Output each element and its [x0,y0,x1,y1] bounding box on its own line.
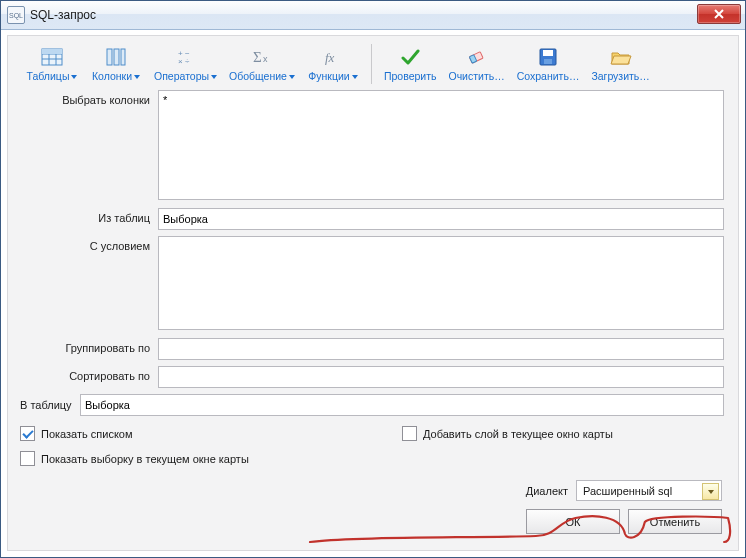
columns-icon [105,46,127,68]
svg-rect-17 [543,50,553,56]
select-input[interactable]: * [158,90,724,200]
chevron-down-icon [702,483,719,500]
sql-query-dialog: SQL SQL-запрос Таблицы Колонки + [0,0,746,558]
app-icon: SQL [7,6,25,24]
columns-menu[interactable]: Колонки [84,44,148,84]
open-folder-icon [610,46,632,68]
check-icon [399,46,421,68]
into-label: В таблицу [18,399,80,411]
titlebar: SQL SQL-запрос [1,1,745,30]
svg-text:Σ: Σ [253,49,262,65]
svg-text:× ÷: × ÷ [178,57,190,66]
client-area: Таблицы Колонки + −× ÷ Операторы Σx Обоб… [7,35,739,551]
from-input[interactable] [158,208,724,230]
close-button[interactable] [697,4,741,24]
groupby-input[interactable] [158,338,724,360]
show-list-checkbox[interactable]: Показать списком [20,426,249,441]
eraser-icon [466,46,488,68]
aggregate-menu[interactable]: Σx Обобщение [223,44,301,84]
ok-button[interactable]: ОК [526,509,620,534]
select-label: Выбрать колонки [18,90,158,106]
svg-text:x: x [263,54,268,64]
toolbar-separator [371,44,372,84]
save-button[interactable]: Сохранить… [511,44,586,84]
tables-menu[interactable]: Таблицы [20,44,84,84]
table-icon [41,46,63,68]
groupby-label: Группировать по [18,338,158,354]
clear-button[interactable]: Очистить… [442,44,510,84]
operators-icon: + −× ÷ [175,46,197,68]
functions-menu[interactable]: fx Функции [301,44,365,84]
show-selection-checkbox[interactable]: Показать выборку в текущем окне карты [20,451,249,466]
add-layer-checkbox[interactable]: Добавить слой в текущее окно карты [402,426,613,441]
sigma-icon: Σx [251,46,273,68]
checkbox-icon [20,426,35,441]
orderby-label: Сортировать по [18,366,158,382]
svg-rect-7 [114,49,119,65]
save-icon [537,46,559,68]
svg-rect-18 [544,59,552,64]
query-form: Выбрать колонки * Из таблиц С условием Г… [16,90,730,534]
svg-rect-8 [121,49,125,65]
from-label: Из таблиц [18,208,158,224]
window-title: SQL-запрос [30,8,96,22]
svg-rect-6 [107,49,112,65]
cancel-button[interactable]: Отменить [628,509,722,534]
svg-text:fx: fx [325,50,335,65]
dialect-combo[interactable]: Расширенный sql [576,480,722,501]
dialect-label: Диалект [526,485,568,497]
where-input[interactable] [158,236,724,330]
orderby-input[interactable] [158,366,724,388]
toolbar: Таблицы Колонки + −× ÷ Операторы Σx Обоб… [16,42,730,90]
svg-rect-5 [42,49,62,54]
checkbox-icon [20,451,35,466]
load-button[interactable]: Загрузить… [585,44,655,84]
checkbox-icon [402,426,417,441]
function-icon: fx [322,46,344,68]
check-button[interactable]: Проверить [378,44,443,84]
into-input[interactable] [80,394,724,416]
where-label: С условием [18,236,158,252]
operators-menu[interactable]: + −× ÷ Операторы [148,44,223,84]
